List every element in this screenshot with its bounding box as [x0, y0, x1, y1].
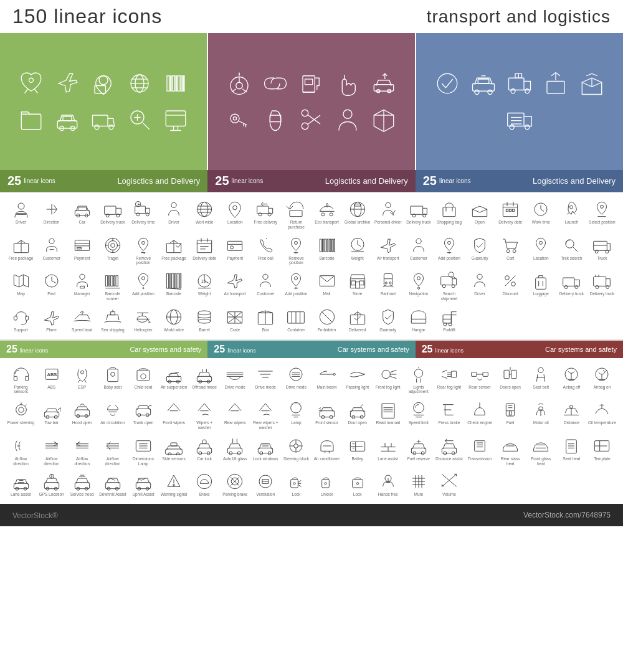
list-item: Hangar [404, 306, 433, 334]
svg-point-69 [511, 89, 515, 93]
svg-rect-54 [270, 115, 281, 122]
list-item: Barcode [159, 270, 188, 303]
list-item: Barcode [312, 234, 341, 268]
svg-point-277 [198, 311, 211, 315]
list-item: Free package [159, 234, 188, 268]
svg-rect-146 [77, 247, 81, 249]
svg-rect-206 [111, 276, 113, 286]
svg-rect-215 [172, 274, 174, 288]
svg-point-310 [80, 371, 83, 374]
svg-rect-29 [166, 111, 186, 126]
list-item [496, 470, 525, 499]
icons-row-2: Free package Customer Payment Traget Rem… [2, 233, 621, 269]
page-container: 150 linear icons transport and logistics [0, 0, 623, 526]
list-item: Tow bar [37, 399, 66, 432]
list-item: Rear slass heat [496, 435, 525, 468]
svg-point-188 [513, 249, 516, 252]
list-item [465, 306, 494, 334]
svg-point-76 [510, 125, 514, 130]
list-item [587, 470, 617, 499]
list-item: Service need [67, 470, 97, 499]
svg-rect-92 [135, 206, 146, 214]
svg-point-104 [233, 206, 237, 210]
list-item: Air conditioner [312, 435, 341, 468]
list-item [557, 470, 586, 499]
list-item: Lacation [526, 234, 556, 268]
svg-point-154 [141, 241, 145, 244]
footer-logo: VectorStock® [12, 509, 58, 521]
svg-point-2 [29, 78, 34, 82]
list-item: Wipers + washer [190, 399, 219, 432]
list-item: Speed boat [67, 306, 97, 334]
svg-rect-439 [197, 448, 211, 453]
list-item: Lane assist [373, 435, 402, 468]
list-item: Door open [343, 399, 372, 432]
list-item: Weight [343, 234, 372, 268]
list-item: Airflow direction [37, 435, 66, 468]
svg-rect-438 [171, 443, 177, 446]
list-item: Car lock [190, 435, 219, 468]
list-item: Lock windows [251, 435, 280, 468]
list-item: Air transport [373, 234, 402, 268]
list-item: Battey [343, 435, 372, 468]
svg-point-235 [385, 282, 387, 284]
list-item: Distance assist [434, 435, 464, 468]
svg-point-367 [16, 405, 26, 415]
list-item: Box [251, 306, 280, 334]
svg-point-368 [18, 407, 23, 412]
svg-line-374 [58, 408, 61, 410]
svg-point-225 [263, 274, 268, 279]
list-item: Truck [587, 234, 617, 268]
list-item [587, 306, 617, 334]
list-item: Navigation [404, 270, 433, 303]
list-item: Forklift [434, 306, 464, 334]
svg-rect-353 [483, 372, 488, 376]
list-item: Brake [190, 470, 219, 499]
footer-url: VectorStock.com/7648975 [523, 511, 611, 519]
list-item: ABS ABS [37, 363, 66, 397]
car-row-3: Airflow direction Airflow direction Airf… [2, 433, 621, 470]
svg-rect-213 [166, 274, 168, 288]
car-section-banners: 25 linear icons Car systems and safety 2… [0, 341, 623, 358]
svg-point-134 [570, 206, 573, 209]
svg-point-23 [95, 125, 99, 130]
svg-point-454 [294, 443, 298, 448]
list-item: Side sensors [159, 435, 188, 468]
svg-point-167 [231, 245, 234, 248]
header: 150 linear icons transport and logistics [0, 0, 623, 33]
list-item: Lane assist [6, 470, 36, 499]
list-item: Unlock [312, 470, 341, 499]
svg-rect-203 [80, 286, 84, 288]
svg-point-24 [109, 125, 113, 130]
svg-rect-490 [566, 440, 577, 453]
list-item: Select position [587, 198, 617, 232]
svg-rect-242 [441, 277, 452, 285]
svg-rect-230 [350, 279, 364, 288]
list-item: Front fog light [373, 363, 402, 397]
svg-line-246 [454, 277, 457, 279]
svg-marker-196 [14, 275, 28, 287]
svg-rect-16 [183, 76, 184, 92]
svg-rect-497 [14, 484, 28, 489]
svg-line-532 [298, 485, 302, 486]
list-item: Lock [282, 470, 311, 499]
svg-rect-172 [320, 239, 321, 252]
list-item: Trunk open [128, 399, 158, 432]
list-item: Fuel reserve [404, 435, 433, 468]
list-item: Map [6, 270, 36, 303]
svg-point-534 [324, 483, 326, 485]
svg-line-1 [34, 89, 37, 93]
icons-row-1: Driver Direction Car Delivery truck Deli… [2, 197, 621, 233]
svg-point-406 [414, 403, 424, 414]
svg-rect-207 [114, 276, 115, 286]
svg-point-202 [80, 274, 85, 279]
svg-rect-477 [442, 448, 456, 453]
svg-point-111 [330, 213, 333, 216]
list-item: Lock [343, 470, 372, 499]
svg-rect-176 [329, 239, 331, 252]
list-item: Airflow direction [67, 435, 97, 468]
list-item: Customer [251, 270, 280, 303]
svg-rect-82 [16, 214, 26, 215]
banner-row [0, 33, 623, 170]
list-item: GPS Location [37, 470, 66, 499]
